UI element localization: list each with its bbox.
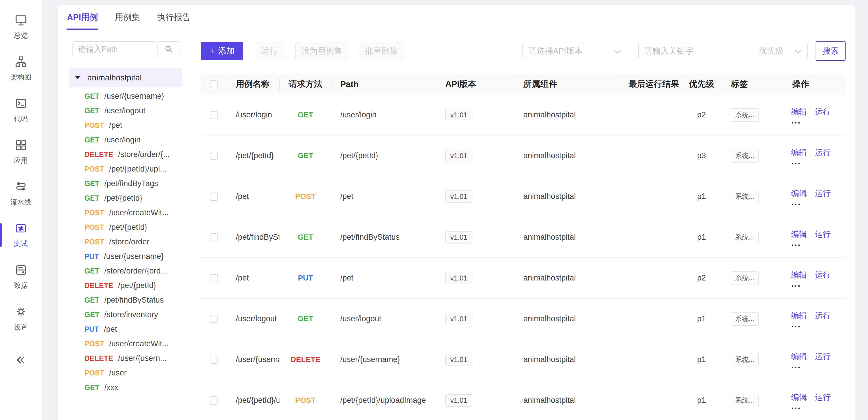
more-actions-button[interactable]: ...	[791, 322, 801, 327]
toolbar: + 添加 运行 设为用例集 批量删除 请选择API版本 优	[201, 41, 845, 61]
run-link[interactable]: 运行	[815, 188, 831, 199]
tree-item[interactable]: POST /user/createWit...	[67, 205, 192, 220]
architecture-icon	[14, 55, 28, 70]
tag-chip[interactable]: 系统...	[731, 108, 758, 122]
tab-run-reports[interactable]: 执行报告	[156, 5, 191, 30]
tree-item[interactable]: POST /pet/{petId}	[67, 220, 192, 235]
tree-item[interactable]: GET /user/{username}	[67, 89, 192, 103]
tree-item[interactable]: POST /pet	[67, 118, 192, 132]
tree-item-path: /user/createWit...	[109, 208, 168, 217]
run-link[interactable]: 运行	[815, 351, 831, 362]
tree-item[interactable]: POST /user	[67, 365, 192, 380]
tree-item[interactable]: GET /user/logout	[67, 103, 192, 118]
more-actions-button[interactable]: ...	[791, 362, 801, 368]
col-api-version: API版本	[437, 74, 515, 95]
api-version-badge: v1.01	[445, 231, 472, 243]
tag-chip[interactable]: 系统...	[731, 394, 758, 407]
sidebar-item-overview[interactable]: 总览	[0, 6, 42, 48]
http-method-label: GET	[85, 383, 99, 392]
tree-item[interactable]: POST /store/order	[67, 235, 192, 249]
api-version-select[interactable]: 请选择API版本	[523, 43, 627, 59]
tree-item[interactable]: PUT /user/{username}	[67, 249, 192, 264]
tag-chip[interactable]: 系统...	[731, 231, 758, 244]
tree-item[interactable]: GET /store/inventory	[67, 307, 192, 322]
http-method-label: GET	[85, 296, 99, 304]
select-all-checkbox[interactable]	[210, 80, 218, 88]
tree-root-node[interactable]: animalhostpital	[69, 68, 182, 87]
tab-case-suites[interactable]: 用例集	[114, 5, 141, 30]
row-checkbox[interactable]	[210, 233, 218, 241]
api-version-badge: v1.01	[445, 354, 472, 366]
sidebar-item-apps[interactable]: 应用	[0, 131, 42, 173]
more-actions-button[interactable]: ...	[791, 158, 801, 164]
tree-item[interactable]: GET /store/order/{ord...	[67, 264, 192, 278]
component-name: animalhostpital	[515, 176, 620, 217]
api-version-badge: v1.01	[445, 150, 472, 162]
sidebar-item-architecture[interactable]: 架构图	[0, 48, 42, 89]
tree-item[interactable]: GET /pet/findByTags	[67, 176, 192, 191]
tree-item[interactable]: DELETE /pet/{petId}	[67, 278, 192, 293]
row-checkbox[interactable]	[210, 192, 218, 201]
run-link[interactable]: 运行	[815, 310, 831, 321]
tree-item[interactable]: GET /pet/findByStatus	[67, 293, 192, 307]
sidebar-collapse-button[interactable]	[0, 343, 42, 378]
sidebar-item-code[interactable]: 代码	[0, 89, 42, 131]
row-checkbox[interactable]	[210, 274, 218, 282]
table-header: 用例名称 请求方法 Path API版本 所属组件 最后运行结果 优先级 标签 …	[201, 74, 845, 95]
row-checkbox[interactable]	[210, 152, 218, 160]
run-link[interactable]: 运行	[815, 147, 831, 158]
set-as-suite-button[interactable]: 设为用例集	[296, 42, 348, 60]
sidebar-item-pipeline[interactable]: 流水线	[0, 173, 42, 214]
row-checkbox[interactable]	[210, 356, 218, 364]
batch-delete-button[interactable]: 批量删除	[359, 42, 404, 60]
sidebar-item-settings[interactable]: 设置	[0, 297, 42, 339]
run-link[interactable]: 运行	[815, 392, 831, 402]
sidebar-item-label: 总览	[14, 31, 28, 40]
priority-select[interactable]: 优先级	[753, 43, 808, 59]
http-method-label: PUT	[85, 325, 99, 333]
more-actions-button[interactable]: ...	[791, 118, 801, 123]
tree-item[interactable]: GET /user/login	[67, 132, 192, 147]
tree-item[interactable]: DELETE /store/order/{...	[67, 147, 192, 162]
path-search-input[interactable]	[72, 41, 156, 57]
sidebar-item-data[interactable]: 数据	[0, 256, 42, 297]
search-button[interactable]: 搜索	[816, 41, 845, 61]
tab-api-cases[interactable]: API用例	[66, 5, 98, 30]
path-search-button[interactable]	[157, 41, 180, 57]
tree-item[interactable]: POST /user/createWit...	[67, 336, 192, 351]
row-checkbox[interactable]	[210, 111, 218, 119]
table-row: /pet/{petId} GET /pet/{petId} v1.01 anim…	[201, 136, 845, 176]
api-version-badge: v1.01	[445, 272, 472, 284]
row-checkbox[interactable]	[210, 396, 218, 404]
tree-item[interactable]: DELETE /user/{usern...	[67, 351, 192, 365]
last-run-result	[620, 380, 681, 420]
keyword-input[interactable]	[638, 43, 743, 59]
tag-chip[interactable]: 系统...	[731, 190, 758, 203]
request-method: POST	[279, 176, 332, 217]
more-actions-button[interactable]: ...	[791, 281, 801, 287]
tree-item-path: /pet/{petId}/upl...	[109, 164, 166, 174]
last-run-result	[620, 176, 681, 217]
run-link[interactable]: 运行	[815, 229, 831, 239]
run-link[interactable]: 运行	[815, 107, 831, 117]
tree-item[interactable]: GET /pet/{petId}	[67, 191, 192, 205]
more-actions-button[interactable]: ...	[791, 199, 801, 205]
col-path: Path	[332, 74, 437, 95]
tag-chip[interactable]: 系统...	[731, 271, 758, 285]
tree-item[interactable]: GET /xxx	[67, 380, 192, 395]
add-button[interactable]: + 添加	[201, 42, 243, 60]
tree-item[interactable]: POST /pet/{petId}/upl...	[67, 162, 192, 176]
tag-chip[interactable]: 系统...	[731, 353, 758, 366]
tree-item[interactable]: PUT /pet	[67, 322, 192, 336]
sidebar-item-test[interactable]: 测试	[0, 214, 42, 256]
more-actions-button[interactable]: ...	[791, 403, 801, 409]
tag-chip[interactable]: 系统...	[731, 312, 758, 326]
http-method-label: POST	[85, 165, 104, 173]
run-button[interactable]: 运行	[254, 42, 285, 60]
run-link[interactable]: 运行	[815, 270, 831, 280]
tag-chip[interactable]: 系统...	[731, 149, 758, 162]
request-method: GET	[279, 217, 332, 258]
row-checkbox[interactable]	[210, 315, 218, 323]
case-name: /pet	[227, 258, 279, 298]
more-actions-button[interactable]: ...	[791, 240, 801, 246]
